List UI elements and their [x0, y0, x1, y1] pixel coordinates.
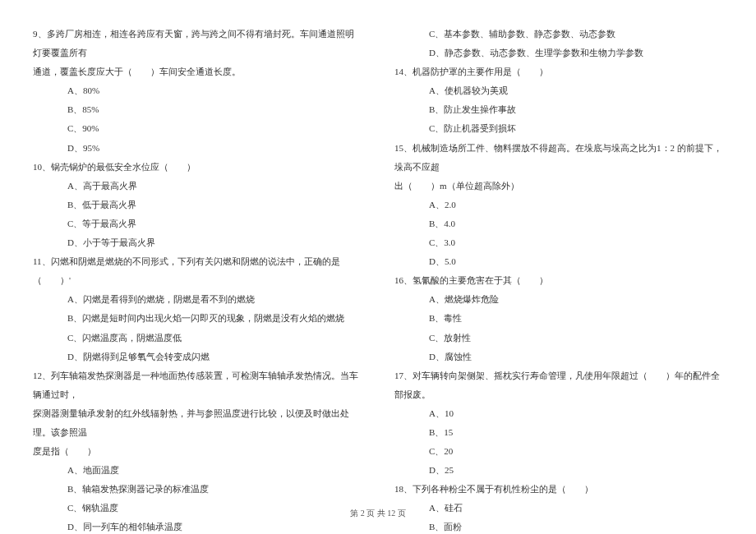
- q12-line3: 度是指（ ）: [33, 442, 362, 461]
- q15-option-c: C、3.0: [394, 233, 723, 252]
- right-column: C、基本参数、辅助参数、静态参数、动态参数 D、静态参数、动态参数、生理学参数和…: [394, 25, 723, 485]
- q10-option-d: D、小于等于最高火界: [33, 233, 362, 252]
- q16-option-d: D、腐蚀性: [394, 348, 723, 366]
- q12-option-a: A、地面温度: [33, 461, 362, 480]
- q15-option-d: D、5.0: [394, 252, 723, 271]
- q10-option-a: A、高于最高火界: [33, 177, 362, 196]
- q9-option-d: D、95%: [33, 139, 362, 158]
- left-column: 9、多跨厂房相连，相连各跨应有天窗，跨与跨之间不得有墙封死。车间通道照明灯要覆盖…: [33, 25, 362, 485]
- q14-option-a: A、使机器较为美观: [394, 81, 723, 100]
- q11-option-b: B、闪燃是短时间内出现火焰一闪即灭的现象，阴燃是没有火焰的燃烧: [33, 309, 362, 328]
- page-footer: 第 2 页 共 12 页: [0, 508, 756, 519]
- q15-option-b: B、4.0: [394, 214, 723, 233]
- q17-line1: 17、对车辆转向架侧架、摇枕实行寿命管理，凡使用年限超过（ ）年的配件全部报废。: [394, 366, 723, 404]
- q15-line1: 15、机械制造场所工件、物料摆放不得超高。在垛底与垛高之比为1：2 的前提下，垛…: [394, 139, 723, 177]
- two-column-layout: 9、多跨厂房相连，相连各跨应有天窗，跨与跨之间不得有墙封死。车间通道照明灯要覆盖…: [33, 25, 723, 485]
- q10-option-c: C、等于最高火界: [33, 214, 362, 233]
- q14-line1: 14、机器防护罩的主要作用是（ ）: [394, 62, 723, 81]
- q17-option-d: D、25: [394, 461, 723, 480]
- q9-option-a: A、80%: [33, 81, 362, 100]
- q16-option-c: C、放射性: [394, 329, 723, 348]
- q15-line2: 出（ ）m（单位超高除外）: [394, 177, 723, 196]
- q9-option-b: B、85%: [33, 100, 362, 119]
- q17-option-c: C、20: [394, 442, 723, 461]
- q16-option-b: B、毒性: [394, 309, 723, 328]
- q9-option-c: C、90%: [33, 119, 362, 138]
- q12-option-b: B、轴箱发热探测器记录的标准温度: [33, 480, 362, 499]
- q12-line2: 探测器测量轴承发射的红外线辐射热，并与参照温度进行比较，以便及时做出处理。该参照…: [33, 404, 362, 442]
- q13-option-d: D、静态参数、动态参数、生理学参数和生物力学参数: [394, 44, 723, 62]
- q10-option-b: B、低于最高火界: [33, 196, 362, 214]
- q13-option-c: C、基本参数、辅助参数、静态参数、动态参数: [394, 25, 723, 44]
- q12-option-d: D、同一列车的相邻轴承温度: [33, 518, 362, 534]
- q11-option-c: C、闪燃温度高，阴燃温度低: [33, 329, 362, 348]
- q18-option-b: B、面粉: [394, 518, 723, 534]
- q12-line1: 12、列车轴箱发热探测器是一种地面热传感装置，可检测车轴轴承发热情况。当车辆通过…: [33, 366, 362, 404]
- q15-option-a: A、2.0: [394, 196, 723, 214]
- q11-line1: 11、闪燃和阴燃是燃烧的不同形式，下列有关闪燃和阴燃的说法中，正确的是（ ）': [33, 252, 362, 290]
- q11-option-a: A、闪燃是看得到的燃烧，阴燃是看不到的燃烧: [33, 290, 362, 309]
- q14-option-b: B、防止发生操作事故: [394, 100, 723, 119]
- q16-option-a: A、燃烧爆炸危险: [394, 290, 723, 309]
- q16-line1: 16、氢氰酸的主要危害在于其（ ）: [394, 271, 723, 290]
- q9-line2: 通道，覆盖长度应大于（ ）车间安全通道长度。: [33, 62, 362, 81]
- q11-option-d: D、阴燃得到足够氧气会转变成闪燃: [33, 348, 362, 366]
- q17-option-b: B、15: [394, 423, 723, 442]
- q10-line1: 10、锅壳锅炉的最低安全水位应（ ）: [33, 158, 362, 177]
- q14-option-c: C、防止机器受到损坏: [394, 119, 723, 138]
- q18-line1: 18、下列各种粉尘不属于有机性粉尘的是（ ）: [394, 480, 723, 499]
- q17-option-a: A、10: [394, 404, 723, 423]
- q9-line1: 9、多跨厂房相连，相连各跨应有天窗，跨与跨之间不得有墙封死。车间通道照明灯要覆盖…: [33, 25, 362, 62]
